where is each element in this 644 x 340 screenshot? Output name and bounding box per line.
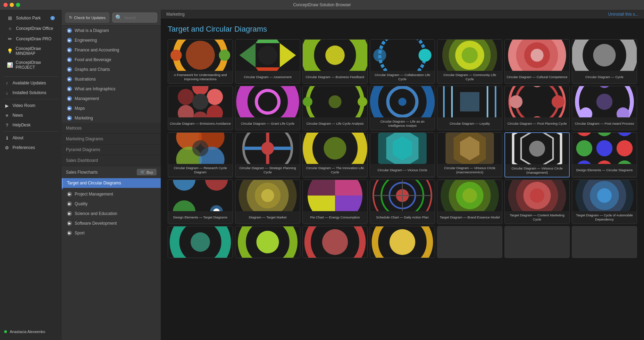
section-matrices[interactable]: Matrices <box>62 123 161 134</box>
card-pie-energy[interactable]: Pie Chart — Energy Consumption <box>302 180 368 224</box>
main-content: Marketing Uninstall this s... Target and… <box>161 10 644 340</box>
card-vicious[interactable]: Circular Diagram — Vicious Circle <box>370 132 435 177</box>
card-row5e[interactable] <box>437 226 502 258</box>
sidebar-item-about[interactable]: ℹ About <box>0 133 62 143</box>
sidebar-item-pro[interactable]: ✏ ConceptDraw PRO <box>4 34 58 44</box>
card-virtuous-mgmt[interactable]: Circular Diagram — Virtuous Circle (mana… <box>504 132 570 177</box>
sidebar-item-helpdesk[interactable]: ? HelpDesk <box>0 120 62 130</box>
svg-point-32 <box>178 105 194 117</box>
nav-item-illustrations[interactable]: ▶ Illustrations <box>62 74 161 84</box>
sidebar-item-available-updates[interactable]: ↑ Available Updates <box>0 78 62 88</box>
svg-point-87 <box>617 140 633 157</box>
card-image-loyalty <box>437 86 502 117</box>
sidebar-item-preferences[interactable]: ⚙ Preferences <box>0 143 62 152</box>
card-loyalty[interactable]: Circular Diagram — Loyalty <box>437 86 502 130</box>
sidebar-item-mindmap[interactable]: 💡 ConceptDraw MINDMAP <box>4 44 58 58</box>
nav-label-engineering: Engineering <box>75 38 97 43</box>
card-cycle[interactable]: Circular Diagram — Cycle <box>572 39 637 84</box>
uninstall-link[interactable]: Uninstall this s... <box>608 12 638 17</box>
check-updates-button[interactable]: ↻ Check for Updates <box>65 13 109 23</box>
card-image-business-feedback <box>303 40 367 71</box>
svg-point-82 <box>576 133 593 136</box>
nav-item-management[interactable]: ▶ Management <box>62 94 161 103</box>
card-target-market[interactable]: Diagram — Target Market <box>235 180 300 224</box>
buy-button[interactable]: 🛒 Buy <box>137 169 157 175</box>
nav-item-target-circular[interactable]: Target and Circular Diagrams <box>62 178 161 188</box>
sidebar-item-project[interactable]: 📊 ConceptDraw PROJECT <box>4 58 58 72</box>
svg-marker-9 <box>240 43 256 67</box>
card-grant[interactable]: Circular Diagram — Grant Life Cycle <box>235 86 300 130</box>
card-row5b[interactable] <box>235 226 300 258</box>
sidebar-item-installed-solutions[interactable]: ↓ Installed Solutions <box>0 88 62 98</box>
card-design-circular[interactable]: Design Elements — Circular Diagrams <box>572 132 637 177</box>
svg-point-93 <box>173 200 195 211</box>
nav-item-quality[interactable]: ▶ Quality <box>62 199 161 209</box>
nav-item-project-management[interactable]: ▶ Project Management <box>62 189 161 199</box>
card-content-marketing[interactable]: Target Diagram — Content Marketing Cycle <box>504 180 570 224</box>
sidebar-divider-1 <box>3 76 58 77</box>
nav-item-sport[interactable]: ▶ Sport <box>62 228 161 238</box>
card-row5a[interactable] <box>168 226 233 258</box>
svg-marker-7 <box>280 43 296 67</box>
card-emissions[interactable]: Circular Diagram — Emissions Avoidance <box>168 86 233 130</box>
sidebar-label-mindmap: ConceptDraw MINDMAP <box>16 46 55 56</box>
sidebar-item-news[interactable]: ≡ News <box>0 110 62 120</box>
svg-point-21 <box>462 47 478 64</box>
maximize-button[interactable] <box>16 3 20 7</box>
nav-item-maps[interactable]: ▶ Maps <box>62 103 161 113</box>
minimize-button[interactable] <box>10 3 14 7</box>
card-collaboration[interactable]: Circular Diagram — Collaboration Life Cy… <box>370 39 435 84</box>
card-automobile[interactable]: Target Diagram — Cycle of Automobile Dep… <box>572 180 637 224</box>
nav-item-food[interactable]: ▶ Food and Beverage <box>62 55 161 65</box>
sidebar-item-office[interactable]: ○ ConceptDraw Office <box>4 24 58 33</box>
card-community[interactable]: Circular Diagram — Community Life Cycle <box>437 39 502 84</box>
card-planning-cycle[interactable]: Circular Diagram — Post Planning Cycle <box>504 86 570 130</box>
card-virtuous-macro[interactable]: Circular Diagram — Virtuous Circle (macr… <box>437 132 502 177</box>
section-sales-dashboard[interactable]: Sales Dashboard <box>62 155 161 166</box>
nav-item-infographics[interactable]: ▶ What are Infographics <box>62 84 161 94</box>
card-schedule-daily[interactable]: Schedule Chart — Daily Action Plan <box>370 180 435 224</box>
sidebar-divider-3 <box>3 131 58 132</box>
nav-item-engineering[interactable]: ▶ Engineering <box>62 35 161 45</box>
section-marketing-diagrams[interactable]: Marketing Diagrams <box>62 134 161 144</box>
sidebar-item-video-room[interactable]: ▶ Video Room <box>0 101 62 110</box>
card-design-target[interactable]: Design Elements — Target Diagrams <box>168 180 233 224</box>
card-post-award[interactable]: Circular Diagram — Post Award Process <box>572 86 637 130</box>
card-intelligence[interactable]: Circular Diagram — Life as an Intelligen… <box>370 86 435 130</box>
nav-arrow-icon: ▶ <box>67 57 72 62</box>
card-brand-essence[interactable]: Target Diagram — Brand Essence Model <box>437 180 502 224</box>
card-row5g[interactable] <box>572 226 637 258</box>
card-research[interactable]: Circular Diagram — Research Cycle Diagra… <box>168 132 233 177</box>
nav-item-software[interactable]: ▶ Software Development <box>62 218 161 228</box>
close-button[interactable] <box>3 3 8 7</box>
window-controls[interactable] <box>3 3 20 7</box>
nav-item-finance[interactable]: ▶ Finance and Accounting <box>62 45 161 55</box>
svg-point-119 <box>191 232 210 252</box>
svg-point-36 <box>256 90 279 113</box>
nav-label-maps: Maps <box>75 106 85 111</box>
svg-point-33 <box>178 89 194 105</box>
project-icon: 📊 <box>7 62 13 68</box>
card-framework[interactable]: A Framework for Understanding and Improv… <box>168 39 233 84</box>
card-cultural[interactable]: Circular Diagram — Cultural Competence <box>504 39 570 84</box>
svg-point-17 <box>373 49 386 61</box>
card-lifecycle[interactable]: Circular Diagram — Life Cycle Analysis <box>302 86 368 130</box>
card-row5d[interactable] <box>370 226 435 258</box>
nav-item-what-is-diagram[interactable]: ▶ What is a Diagram <box>62 26 161 35</box>
nav-item-graphs[interactable]: ▶ Graphs and Charts <box>62 65 161 74</box>
card-image-row5d <box>370 226 435 258</box>
search-input[interactable] <box>124 16 154 20</box>
card-innovation[interactable]: Circular Diagram — The Innovation Life C… <box>302 132 368 177</box>
svg-point-5 <box>170 50 182 61</box>
card-business-feedback[interactable]: Circular Diagram — Business Feedback <box>302 39 368 84</box>
sidebar-item-solution-park[interactable]: ⊞ Solution Park 2 <box>4 13 58 23</box>
card-row5f[interactable] <box>504 226 570 258</box>
nav-item-science[interactable]: ▶ Science and Education <box>62 209 161 218</box>
card-image-row5f <box>505 226 569 258</box>
nav-item-marketing[interactable]: ▶ Marketing <box>62 113 161 123</box>
card-strategic[interactable]: Circular Diagram — Strategic Planning Cy… <box>235 132 300 177</box>
section-sales-flowcharts: Sales Flowcharts 🛒 Buy <box>62 166 161 178</box>
card-row5c[interactable] <box>302 226 368 258</box>
section-pyramid-diagrams[interactable]: Pyramid Diagrams <box>62 144 161 155</box>
card-assessment[interactable]: Circular Diagram — Assessment <box>235 39 300 84</box>
